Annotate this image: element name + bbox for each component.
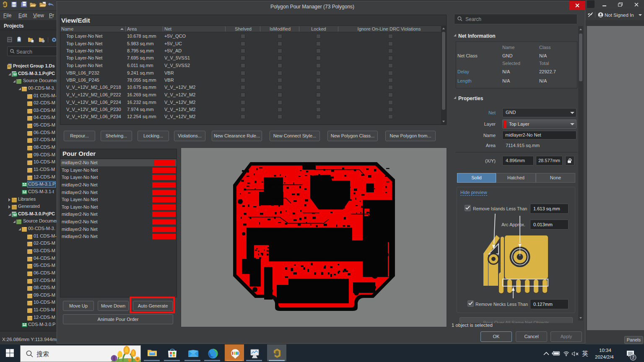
svg-text:7: 7 [632, 355, 634, 360]
